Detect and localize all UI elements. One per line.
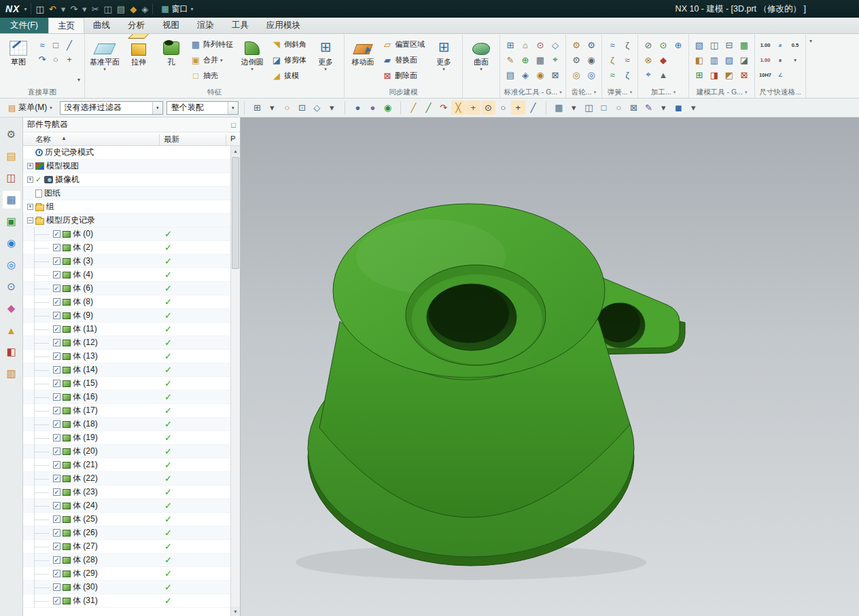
group-label-feature[interactable]: 特征 — [85, 87, 344, 98]
line-icon[interactable]: ╱ — [63, 38, 76, 52]
group-label-direct-sketch[interactable]: 直接草图 — [0, 87, 84, 98]
standard-tool-icon[interactable]: ◇ — [548, 37, 563, 52]
surface-button[interactable]: 曲面 ▾ — [466, 35, 497, 86]
tree-row-body[interactable]: ✓ 体 (19) ✓ — [23, 431, 240, 445]
body-checkbox[interactable]: ✓ — [53, 407, 60, 414]
paste-icon[interactable]: ▤ — [117, 5, 125, 14]
body-checkbox[interactable]: ✓ — [53, 556, 60, 564]
body-checkbox[interactable]: ✓ — [53, 230, 60, 238]
body-checkbox[interactable]: ✓ — [53, 597, 60, 604]
dimension-format-icon[interactable]: 10H7 — [758, 67, 773, 82]
wcs-dropdown-icon[interactable]: ▾ — [567, 101, 581, 115]
touch-mode-icon[interactable]: ◈ — [141, 5, 148, 14]
tree-row-body[interactable]: ✓ 体 (31) ✓ — [23, 594, 240, 608]
body-checkbox[interactable]: ✓ — [53, 475, 60, 482]
measure-icon[interactable]: ◫ — [582, 101, 596, 115]
spring-tool-icon[interactable]: ζ — [620, 37, 635, 52]
edit-dropdown-icon[interactable]: ▾ — [656, 101, 671, 115]
select-dropdown-icon[interactable]: ▾ — [265, 101, 279, 115]
modeling-tool-icon[interactable]: ▧ — [692, 37, 707, 52]
customize-dropdown-icon[interactable]: ◆ — [130, 5, 137, 14]
modeling-tool-icon[interactable]: ◪ — [737, 52, 752, 67]
standard-tool-icon[interactable]: ⊙ — [533, 37, 548, 52]
rectangle-icon[interactable]: □ — [49, 38, 63, 52]
web-browser-icon[interactable]: ◎ — [3, 256, 20, 274]
circle-icon[interactable]: ○ — [49, 52, 63, 67]
tree-row-body[interactable]: ✓ 体 (3) ✓ — [23, 255, 240, 268]
tree-row-body[interactable]: ✓ 体 (11) ✓ — [23, 323, 240, 336]
feature-more-dropdown-icon[interactable]: ▾ — [324, 67, 327, 72]
menu-grid-icon[interactable]: ▦ — [552, 101, 566, 115]
selection-scope-dropdown-icon[interactable]: ▾ — [228, 102, 238, 114]
feature-more-button[interactable]: ⊞ 更多 ▾ — [310, 35, 341, 86]
scroll-up-button[interactable]: ▲ — [231, 146, 240, 156]
standard-tool-icon[interactable]: ◈ — [518, 67, 533, 82]
body-checkbox[interactable]: ✓ — [53, 515, 60, 523]
menu-button[interactable]: ▤ 菜单(M) ▾ — [4, 101, 56, 115]
selection-filter-combo[interactable]: 没有选择过滤器 ▾ — [60, 101, 163, 115]
selection-filter-dropdown-icon[interactable]: ▾ — [152, 102, 162, 114]
group-label-dimension-format[interactable]: 尺寸快速格... — [755, 86, 805, 98]
point-icon[interactable]: + — [63, 52, 76, 67]
dimension-format-icon[interactable]: ⌀ — [773, 37, 788, 52]
standard-tool-icon[interactable]: ▤ — [503, 67, 518, 82]
machining-tool-icon[interactable]: ⊙ — [656, 37, 671, 52]
manufacturing-wizard-icon[interactable]: ▲ — [3, 321, 20, 339]
body-checkbox[interactable]: ✓ — [53, 244, 60, 251]
snap-quadrant-icon[interactable]: ⊙ — [481, 101, 495, 115]
solid-body-part[interactable] — [296, 204, 685, 580]
snap-intersection-icon[interactable]: ╳ — [451, 101, 466, 115]
machining-tool-icon[interactable]: ⌖ — [641, 67, 656, 82]
gear-tool-icon[interactable]: ◉ — [584, 52, 599, 67]
column-name[interactable]: 名称 — [35, 134, 51, 145]
snap-point-on-face-icon[interactable]: ╱ — [526, 101, 540, 115]
modeling-tool-icon[interactable]: ▨ — [722, 52, 737, 67]
modeling-tool-icon[interactable]: ⊞ — [692, 67, 707, 82]
dimension-format-icon[interactable]: 1.00 — [758, 37, 773, 52]
snap-existing-point-icon[interactable]: ○ — [496, 101, 510, 115]
body-checkbox[interactable]: ✓ — [53, 420, 60, 428]
cut-icon[interactable]: ✂ — [92, 5, 99, 14]
profile-icon[interactable]: ≈ — [35, 38, 49, 52]
expander[interactable]: − — [27, 217, 33, 223]
dimension-format-icon[interactable]: ∠ — [773, 67, 788, 82]
rotate-point-icon[interactable]: ◉ — [381, 101, 395, 115]
tree-row-body[interactable]: ✓ 体 (22) ✓ — [23, 472, 240, 486]
tree-row-body[interactable]: ✓ 体 (29) ✓ — [23, 567, 240, 581]
redo-icon[interactable]: ↷ — [70, 5, 77, 14]
tree-row-body[interactable]: ✓ 体 (9) ✓ — [23, 309, 240, 323]
shell-button[interactable]: □ 抽壳 — [188, 68, 235, 84]
spring-tool-icon[interactable]: ≈ — [620, 52, 635, 67]
delete-face-button[interactable]: ⊠ 删除面 — [380, 68, 427, 84]
tree-row-body[interactable]: ✓ 体 (15) ✓ — [23, 377, 240, 391]
copy-icon[interactable]: ◫ — [104, 5, 112, 14]
group-label-machining[interactable]: 加工...▾ — [638, 86, 688, 98]
snap-toggle-icon[interactable]: ⊞ — [250, 101, 264, 115]
body-checkbox[interactable]: ✓ — [53, 352, 60, 360]
body-checkbox[interactable]: ✓ — [53, 502, 60, 509]
modeling-tool-icon[interactable]: ◧ — [692, 52, 707, 67]
body-checkbox[interactable]: ✓ — [53, 529, 60, 537]
tree-row-body[interactable]: ✓ 体 (2) ✓ — [23, 241, 240, 255]
tree-row-body[interactable]: ✓ 体 (20) ✓ — [23, 445, 240, 458]
tree-row-body[interactable]: ✓ 体 (27) ✓ — [23, 540, 240, 554]
undo-dropdown-icon[interactable]: ▾ — [61, 5, 66, 14]
navigator-column-header[interactable]: 名称 ▲ 最新 P — [23, 132, 240, 146]
undo-icon[interactable]: ↶ — [49, 5, 56, 14]
part-navigator-icon[interactable]: ▦ — [3, 191, 20, 209]
body-checkbox[interactable]: ✓ — [53, 312, 60, 319]
tree-row-body[interactable]: ✓ 体 (12) ✓ — [23, 336, 240, 350]
tree-row-body[interactable]: ✓ 体 (16) ✓ — [23, 391, 240, 404]
body-checkbox[interactable]: ✓ — [53, 583, 60, 591]
tab-file[interactable]: 文件(F) — [0, 18, 48, 33]
tree-row-body[interactable]: ✓ 体 (4) ✓ — [23, 268, 240, 282]
standard-tool-icon[interactable]: ◉ — [533, 67, 548, 82]
hd3d-tools-icon[interactable]: ◉ — [3, 234, 20, 252]
tab-tools[interactable]: 工具 — [223, 18, 258, 33]
modeling-tool-icon[interactable]: ◩ — [722, 67, 737, 82]
standard-tool-icon[interactable]: ⌖ — [548, 52, 563, 67]
tree-row-cameras[interactable]: + ✓ 摄像机 — [23, 173, 240, 187]
tab-view[interactable]: 视图 — [154, 18, 188, 33]
surface-dropdown-icon[interactable]: ▾ — [480, 67, 483, 72]
modeling-tool-icon[interactable]: ⊠ — [737, 67, 752, 82]
